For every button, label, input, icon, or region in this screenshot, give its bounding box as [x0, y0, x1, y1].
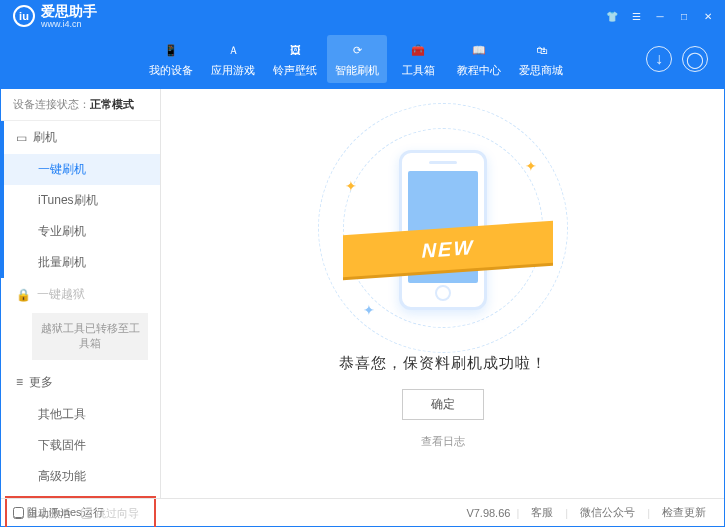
success-illustration: ✦ ✦ ✦ NEW: [353, 138, 533, 328]
book-icon: 📖: [469, 40, 489, 60]
menu-icon[interactable]: ☰: [628, 8, 644, 24]
wechat-link[interactable]: 微信公众号: [574, 505, 641, 520]
sidebar-item-firmware[interactable]: 下载固件: [4, 430, 160, 461]
user-icon: ◯: [686, 50, 704, 69]
sidebar-head-label: 一键越狱: [37, 286, 85, 303]
check-update-link[interactable]: 检查更新: [656, 505, 712, 520]
checkbox-label: 阻止iTunes运行: [27, 505, 104, 520]
sidebar: 设备连接状态：正常模式 ▭ 刷机 一键刷机 iTunes刷机 专业刷机 批量刷机…: [1, 89, 161, 498]
nav-apps[interactable]: Ａ 应用游戏: [203, 35, 263, 83]
sparkle-icon: ✦: [345, 178, 357, 194]
nav-label: 教程中心: [457, 63, 501, 78]
sidebar-group-flash: ▭ 刷机 一键刷机 iTunes刷机 专业刷机 批量刷机: [1, 121, 160, 278]
close-icon[interactable]: ✕: [700, 8, 716, 24]
more-icon: ≡: [16, 375, 23, 389]
statusbar: 阻止iTunes运行 V7.98.66 | 客服 | 微信公众号 | 检查更新: [1, 498, 724, 526]
nav-label: 智能刷机: [335, 63, 379, 78]
app-site: www.i4.cn: [41, 19, 97, 29]
sidebar-item-batch[interactable]: 批量刷机: [4, 247, 160, 278]
view-log-link[interactable]: 查看日志: [421, 434, 465, 449]
support-link[interactable]: 客服: [525, 505, 559, 520]
connection-status: 设备连接状态：正常模式: [1, 89, 160, 121]
nav-my-device[interactable]: 📱 我的设备: [141, 35, 201, 83]
phone-icon: ▭: [16, 131, 27, 145]
sidebar-item-itunes[interactable]: iTunes刷机: [4, 185, 160, 216]
nav-label: 我的设备: [149, 63, 193, 78]
header: iu 爱思助手 www.i4.cn 👕 ☰ ─ □ ✕ 📱 我的设备 Ａ: [1, 1, 724, 89]
nav-label: 爱思商城: [519, 63, 563, 78]
jailbreak-note: 越狱工具已转移至工具箱: [32, 313, 148, 360]
navbar: 📱 我的设备 Ａ 应用游戏 🖼 铃声壁纸 ⟳ 智能刷机 🧰 工具箱 📖 教程: [1, 27, 724, 89]
toolbox-icon: 🧰: [408, 40, 428, 60]
body: 设备连接状态：正常模式 ▭ 刷机 一键刷机 iTunes刷机 专业刷机 批量刷机…: [1, 89, 724, 498]
version-label: V7.98.66: [466, 507, 510, 519]
sparkle-icon: ✦: [363, 302, 375, 318]
device-icon: 📱: [161, 40, 181, 60]
conn-label: 设备连接状态：: [13, 98, 90, 110]
sidebar-item-oneclick[interactable]: 一键刷机: [4, 154, 160, 185]
sidebar-head-label: 更多: [29, 374, 53, 391]
nav-toolbox[interactable]: 🧰 工具箱: [389, 35, 447, 83]
wallpaper-icon: 🖼: [285, 40, 305, 60]
sidebar-head-jailbreak: 🔒 一键越狱: [4, 278, 160, 311]
flash-icon: ⟳: [347, 40, 367, 60]
logo-icon: iu: [13, 5, 35, 27]
minimize-icon[interactable]: ─: [652, 8, 668, 24]
nav-flash[interactable]: ⟳ 智能刷机: [327, 35, 387, 83]
sidebar-item-pro[interactable]: 专业刷机: [4, 216, 160, 247]
block-itunes-checkbox[interactable]: 阻止iTunes运行: [13, 505, 104, 520]
logo: iu 爱思助手 www.i4.cn: [13, 3, 97, 29]
nav-ringtones[interactable]: 🖼 铃声壁纸: [265, 35, 325, 83]
lock-icon: 🔒: [16, 288, 31, 302]
nav-tutorials[interactable]: 📖 教程中心: [449, 35, 509, 83]
apps-icon: Ａ: [223, 40, 243, 60]
maximize-icon[interactable]: □: [676, 8, 692, 24]
skin-icon[interactable]: 👕: [604, 8, 620, 24]
sparkle-icon: ✦: [525, 158, 537, 174]
download-button[interactable]: ↓: [646, 46, 672, 72]
nav-label: 铃声壁纸: [273, 63, 317, 78]
app-window: iu 爱思助手 www.i4.cn 👕 ☰ ─ □ ✕ 📱 我的设备 Ａ: [0, 0, 725, 527]
bag-icon: 🛍: [531, 40, 551, 60]
sidebar-group-more: ≡ 更多 其他工具 下载固件 高级功能: [1, 366, 160, 492]
conn-value: 正常模式: [90, 98, 134, 110]
download-icon: ↓: [655, 50, 663, 68]
nav-store[interactable]: 🛍 爱思商城: [511, 35, 571, 83]
nav-label: 工具箱: [402, 63, 435, 78]
sidebar-head-flash[interactable]: ▭ 刷机: [4, 121, 160, 154]
sidebar-item-advanced[interactable]: 高级功能: [4, 461, 160, 492]
user-button[interactable]: ◯: [682, 46, 708, 72]
success-message: 恭喜您，保资料刷机成功啦！: [339, 354, 547, 373]
titlebar: iu 爱思助手 www.i4.cn 👕 ☰ ─ □ ✕: [1, 1, 724, 27]
main-content: ✦ ✦ ✦ NEW 恭喜您，保资料刷机成功啦！ 确定 查看日志: [161, 89, 724, 498]
sidebar-group-jailbreak: 🔒 一键越狱 越狱工具已转移至工具箱: [1, 278, 160, 366]
nav-label: 应用游戏: [211, 63, 255, 78]
sidebar-head-more[interactable]: ≡ 更多: [4, 366, 160, 399]
ok-button[interactable]: 确定: [402, 389, 484, 420]
sidebar-item-other[interactable]: 其他工具: [4, 399, 160, 430]
window-controls: 👕 ☰ ─ □ ✕: [604, 8, 716, 24]
checkbox-input[interactable]: [13, 507, 24, 518]
sidebar-head-label: 刷机: [33, 129, 57, 146]
